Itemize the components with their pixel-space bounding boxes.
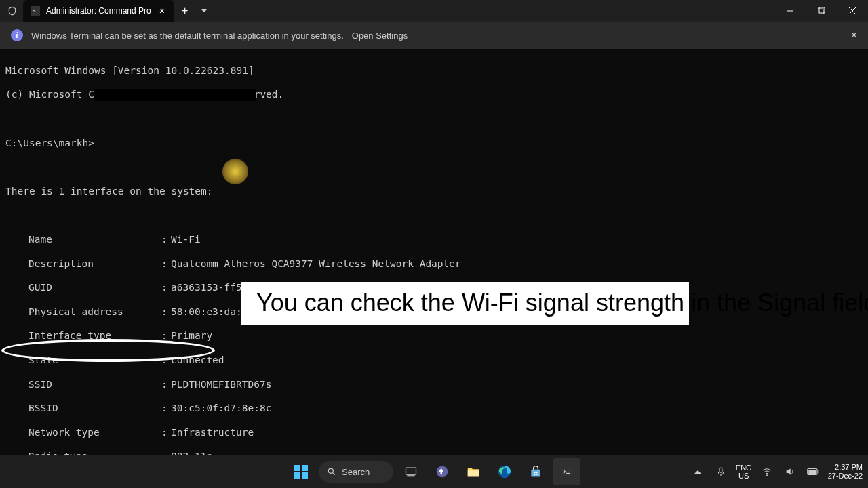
taskbar: Search ENG US (0, 455, 868, 488)
svg-rect-31 (817, 470, 818, 474)
svg-rect-32 (808, 470, 816, 474)
svg-rect-23 (534, 474, 536, 475)
svg-rect-13 (406, 468, 416, 474)
svg-text:>: > (33, 8, 36, 14)
terminal-icon[interactable] (553, 458, 580, 485)
open-settings-link[interactable]: Open Settings (352, 30, 408, 41)
start-button[interactable] (288, 458, 315, 485)
svg-rect-24 (536, 474, 537, 475)
terminal-output[interactable]: Microsoft Windows [Version 10.0.22623.89… (0, 49, 868, 453)
version-line: Microsoft Windows [Version 10.0.22623.89… (5, 65, 863, 77)
svg-rect-21 (534, 472, 536, 473)
svg-rect-8 (302, 465, 308, 471)
infobar-close-button[interactable]: × (851, 29, 857, 41)
minimize-button[interactable] (774, 0, 806, 22)
svg-rect-7 (294, 465, 300, 471)
tab-title: Administrator: Command Pro (46, 6, 151, 16)
new-tab-button[interactable]: + (174, 0, 196, 22)
infobar: i Windows Terminal can be set as the def… (0, 22, 868, 49)
svg-rect-10 (302, 472, 308, 479)
svg-line-12 (333, 473, 335, 475)
search-icon (327, 467, 336, 476)
svg-rect-9 (294, 472, 300, 479)
clock[interactable]: 2:37 PM 27-Dec-22 (828, 463, 863, 480)
wifi-icon[interactable] (759, 464, 775, 480)
svg-rect-14 (408, 476, 414, 476)
svg-rect-25 (561, 467, 573, 476)
svg-rect-3 (818, 9, 823, 14)
microphone-icon[interactable] (713, 464, 729, 480)
close-button[interactable] (837, 0, 868, 22)
window-controls (774, 0, 868, 22)
svg-rect-18 (468, 470, 479, 476)
task-view-button[interactable] (397, 458, 425, 485)
interface-header: There is 1 interface on the system: (5, 186, 863, 198)
svg-rect-20 (531, 470, 540, 477)
language-indicator[interactable]: ENG US (736, 464, 752, 480)
tab-close-button[interactable]: × (157, 5, 167, 16)
prompt: C:\Users\markh> (5, 138, 94, 148)
tab-active[interactable]: > Administrator: Command Pro × (23, 0, 174, 22)
svg-point-11 (328, 468, 333, 473)
battery-icon[interactable] (805, 464, 821, 480)
file-explorer-icon[interactable] (460, 458, 487, 485)
store-icon[interactable] (522, 458, 549, 485)
shield-icon (7, 5, 18, 16)
annotation-text: You can check the Wi-Fi signal strength … (241, 282, 689, 325)
chat-icon[interactable] (429, 458, 456, 485)
svg-point-29 (766, 475, 767, 476)
cmd-icon: > (30, 5, 41, 16)
volume-icon[interactable] (782, 464, 798, 480)
infobar-text: Windows Terminal can be set as the defau… (31, 30, 344, 41)
taskbar-search[interactable]: Search (319, 461, 393, 483)
search-label: Search (342, 467, 370, 477)
tab-dropdown-button[interactable] (196, 0, 212, 22)
svg-rect-4 (819, 7, 825, 13)
info-icon: i (11, 29, 23, 41)
maximize-button[interactable] (806, 0, 837, 22)
edge-icon[interactable] (491, 458, 518, 485)
titlebar: > Administrator: Command Pro × + (0, 0, 868, 22)
svg-rect-17 (439, 470, 443, 472)
svg-rect-27 (719, 468, 722, 472)
svg-rect-22 (536, 472, 537, 473)
copyright-line: (c) Microsoft Corporation. All rights re… (5, 89, 863, 101)
tray-chevron-icon[interactable] (690, 464, 706, 480)
